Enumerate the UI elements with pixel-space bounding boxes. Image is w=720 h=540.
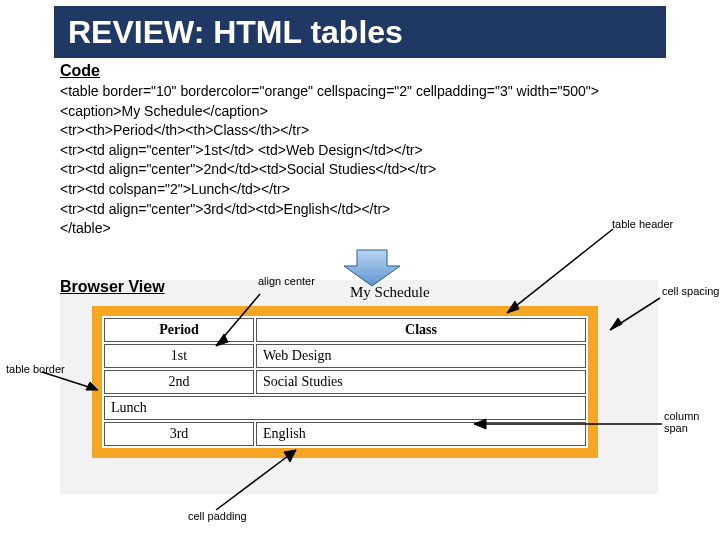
code-heading: Code [60,62,100,80]
svg-marker-9 [474,419,486,429]
td-class: Social Studies [256,370,586,394]
td-period: 2nd [104,370,254,394]
browser-view-heading: Browser View [60,278,165,296]
code-block: <table border="10" bordercolor="orange" … [60,82,650,239]
label-align-center: align center [258,275,315,287]
th-class: Class [256,318,586,342]
label-column-span: column span [664,410,720,434]
arrow-cell-spacing [604,294,664,334]
svg-marker-11 [284,450,296,462]
svg-marker-7 [86,382,98,390]
slide-title-band: REVIEW: HTML tables [54,6,666,58]
table-row: 1st Web Design [104,344,586,368]
table-row: 2nd Social Studies [104,370,586,394]
arrow-table-border [40,366,110,396]
td-class: Web Design [256,344,586,368]
down-arrow-icon [342,248,402,288]
table-header-row: Period Class [104,318,586,342]
td-period: 3rd [104,422,254,446]
label-table-header: table header [612,218,673,230]
label-cell-spacing: cell spacing [662,285,719,297]
arrow-align-center [210,292,270,352]
demo-table: Period Class 1st Web Design 2nd Social S… [92,306,598,458]
arrow-column-span [466,416,666,434]
arrow-cell-padding [214,444,304,514]
svg-line-0 [507,229,613,313]
arrow-table-header [497,227,617,317]
slide-title: REVIEW: HTML tables [68,14,403,51]
svg-line-10 [216,450,296,510]
svg-marker-5 [610,318,622,330]
svg-marker-1 [507,301,519,313]
svg-marker-3 [216,334,228,346]
